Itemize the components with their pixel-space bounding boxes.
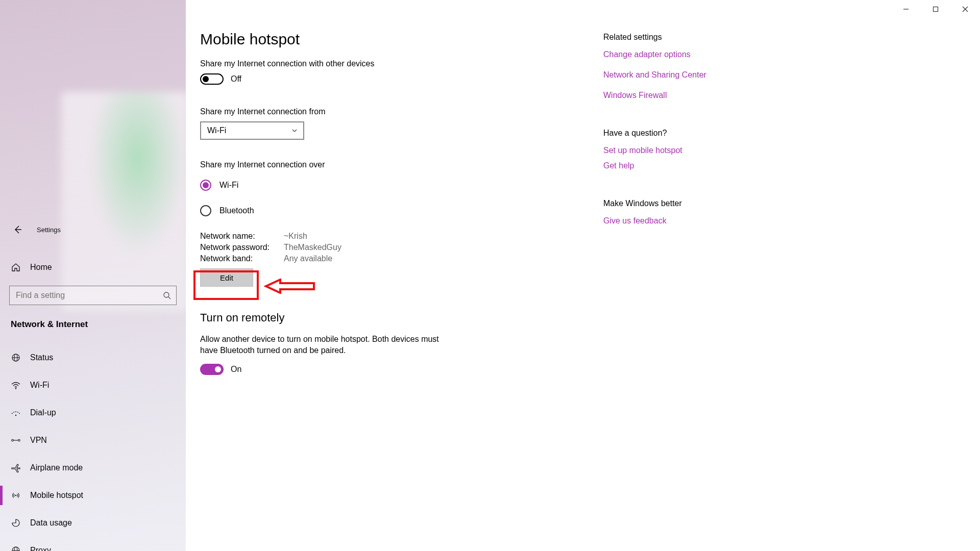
sidebar: Settings Home Network & Internet Sta <box>0 0 186 551</box>
sidebar-item-dialup[interactable]: Dial-up <box>0 399 186 427</box>
network-name-value: ~Krish <box>284 232 307 241</box>
vpn-icon <box>11 435 21 445</box>
make-windows-better-title: Make Windows better <box>603 199 797 208</box>
remote-toggle-state: On <box>231 365 241 374</box>
sidebar-section-title: Network & Internet <box>0 305 186 330</box>
share-from-dropdown[interactable]: Wi-Fi <box>200 121 304 140</box>
radio-label: Bluetooth <box>219 206 254 215</box>
svg-rect-1 <box>934 7 938 12</box>
link-windows-firewall[interactable]: Windows Firewall <box>603 91 797 100</box>
sidebar-item-label: Wi-Fi <box>30 381 49 390</box>
page-title: Mobile hotspot <box>200 31 578 48</box>
sidebar-item-wifi[interactable]: Wi-Fi <box>0 371 186 399</box>
radio-icon <box>200 205 211 216</box>
search-input-field[interactable] <box>16 291 163 300</box>
network-name-label: Network name: <box>200 232 284 241</box>
share-over-title: Share my Internet connection over <box>200 160 578 169</box>
radio-bluetooth[interactable]: Bluetooth <box>200 205 578 216</box>
share-from-title: Share my Internet connection from <box>200 107 578 116</box>
app-title: Settings <box>37 226 61 234</box>
svg-point-10 <box>15 415 16 416</box>
sidebar-item-label: VPN <box>30 436 47 445</box>
sidebar-item-home[interactable]: Home <box>0 254 186 281</box>
svg-point-4 <box>164 292 169 297</box>
right-rail: Related settings Change adapter options … <box>603 31 797 551</box>
link-setup-hotspot[interactable]: Set up mobile hotspot <box>603 146 797 155</box>
sidebar-item-mobile-hotspot[interactable]: Mobile hotspot <box>0 482 186 509</box>
remote-section-desc: Allow another device to turn on mobile h… <box>200 334 440 357</box>
data-usage-icon <box>11 518 21 528</box>
share-toggle-state: Off <box>231 74 241 84</box>
minimize-button[interactable] <box>891 0 921 18</box>
main-content: Mobile hotspot Share my Internet connect… <box>186 0 980 551</box>
back-button[interactable] <box>9 221 27 238</box>
sidebar-item-status[interactable]: Status <box>0 344 186 371</box>
sidebar-item-label: Proxy <box>30 546 51 551</box>
globe-icon <box>11 353 21 363</box>
hotspot-icon <box>11 490 21 500</box>
dialup-icon <box>11 408 21 418</box>
wifi-icon <box>11 380 21 390</box>
radio-wifi[interactable]: Wi-Fi <box>200 180 578 191</box>
svg-point-14 <box>15 495 17 496</box>
home-label: Home <box>30 263 52 272</box>
share-toggle-title: Share my Internet connection with other … <box>200 59 578 68</box>
search-input[interactable] <box>9 286 177 305</box>
search-icon <box>163 291 171 299</box>
chevron-down-icon <box>291 127 298 134</box>
edit-button[interactable]: Edit <box>200 268 253 287</box>
network-password-label: Network password: <box>200 243 284 252</box>
network-band-value: Any available <box>284 254 332 263</box>
edit-button-label: Edit <box>220 273 233 282</box>
window-controls <box>891 0 980 18</box>
close-button[interactable] <box>950 0 980 18</box>
sidebar-item-label: Airplane mode <box>30 463 83 472</box>
svg-point-9 <box>15 388 16 389</box>
sidebar-item-label: Mobile hotspot <box>30 491 83 500</box>
sidebar-item-label: Dial-up <box>30 408 56 417</box>
link-change-adapter[interactable]: Change adapter options <box>603 50 797 59</box>
link-feedback[interactable]: Give us feedback <box>603 216 797 226</box>
share-from-value: Wi-Fi <box>207 126 226 135</box>
proxy-icon <box>11 545 21 551</box>
network-password-value: TheMaskedGuy <box>284 243 341 252</box>
sidebar-item-data-usage[interactable]: Data usage <box>0 509 186 537</box>
airplane-icon <box>11 463 21 473</box>
remote-toggle[interactable] <box>200 364 224 375</box>
sidebar-item-airplane[interactable]: Airplane mode <box>0 454 186 482</box>
sidebar-item-proxy[interactable]: Proxy <box>0 537 186 551</box>
question-title: Have a question? <box>603 129 797 138</box>
share-toggle[interactable] <box>200 73 224 85</box>
svg-point-12 <box>18 439 20 441</box>
remote-section-title: Turn on remotely <box>200 311 578 324</box>
svg-point-11 <box>12 439 14 441</box>
sidebar-item-label: Data usage <box>30 518 72 528</box>
sidebar-item-vpn[interactable]: VPN <box>0 427 186 454</box>
link-network-sharing[interactable]: Network and Sharing Center <box>603 70 797 80</box>
link-get-help[interactable]: Get help <box>603 161 797 170</box>
related-settings-title: Related settings <box>603 33 797 42</box>
sidebar-item-label: Status <box>30 353 53 362</box>
svg-line-5 <box>168 297 170 299</box>
radio-icon <box>200 180 211 191</box>
home-icon <box>11 262 21 272</box>
sidebar-nav: Status Wi-Fi Dial-up VPN <box>0 344 186 551</box>
network-band-label: Network band: <box>200 254 284 263</box>
radio-label: Wi-Fi <box>219 181 238 190</box>
maximize-button[interactable] <box>921 0 950 18</box>
